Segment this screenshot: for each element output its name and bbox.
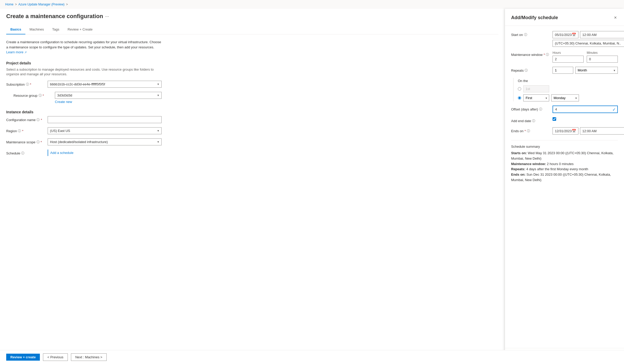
tab-review-create[interactable]: Review + Create — [63, 25, 97, 34]
minutes-col: Minutes — [587, 51, 618, 63]
panel-body: Start on ⓘ 05/31/2023 📅 (UTC+05:30) Chen… — [505, 26, 624, 348]
resource-group-select[interactable]: 3d3d3d3d — [55, 92, 162, 99]
create-new-link[interactable]: Create new — [55, 100, 162, 104]
offset-info-icon[interactable]: ⓘ — [539, 107, 542, 112]
left-panel: Create a maintenance configuration ··· B… — [0, 9, 505, 364]
summary-label: Schedule summary — [511, 145, 618, 148]
region-select[interactable]: (US) East US — [48, 127, 162, 134]
config-name-field: Configuration name ⓘ * — [6, 116, 162, 123]
region-required: * — [22, 129, 23, 133]
schedule-field: Schedule ⓘ Add a schedule — [6, 150, 162, 156]
add-end-date-label: Add end date — [511, 119, 531, 123]
subscription-select-wrap: bbbb1b1b-cc2c-dd3d-ee4e-ffffff5f5f5f ▼ — [48, 81, 162, 88]
learn-more-link[interactable]: Learn more ↗ — [6, 50, 27, 54]
ends-on-info-icon[interactable]: ⓘ — [527, 129, 530, 133]
config-name-info-icon[interactable]: ⓘ — [37, 118, 40, 122]
hours-input[interactable] — [553, 56, 584, 63]
radio-date-select-wrap: 1st — [523, 85, 549, 92]
breadcrumb-sep2: > — [66, 3, 68, 6]
panel-close-button[interactable]: × — [613, 14, 618, 21]
calendar-icon: 📅 — [572, 33, 576, 37]
repeats-number-input[interactable] — [553, 67, 573, 74]
first-select-wrap: First Second Third Fourth Last ▼ — [523, 94, 549, 101]
maintenance-window-info-icon[interactable]: ⓘ — [546, 53, 549, 57]
panel-header: Add/Modify schedule × — [505, 9, 624, 26]
start-on-label: Start on — [511, 33, 523, 37]
maintenance-scope-label: Maintenance scope — [6, 140, 35, 144]
minutes-input[interactable] — [587, 56, 618, 63]
start-on-info-icon[interactable]: ⓘ — [524, 33, 527, 37]
resource-group-required: * — [43, 94, 44, 98]
subscription-required: * — [30, 83, 31, 86]
ends-on-required: * — [525, 129, 526, 133]
repeats-info-icon[interactable]: ⓘ — [525, 68, 528, 73]
maintenance-window-label: Maintenance window — [511, 53, 542, 57]
repeats-unit-wrap: Month Week Day ▼ — [575, 67, 618, 74]
config-name-label: Configuration name — [6, 118, 35, 122]
hours-col: Hours — [553, 51, 584, 63]
tab-basics[interactable]: Basics — [6, 25, 25, 34]
maintenance-scope-select[interactable]: Host (dedicated/isolated infrastructure) — [48, 138, 162, 145]
breadcrumb: Home > Azure Update Manager (Preview) > — [0, 0, 624, 9]
weekday-select[interactable]: Monday Tuesday Wednesday Thursday Friday… — [551, 94, 579, 101]
config-name-input[interactable] — [48, 116, 162, 123]
summary-ends-value: Sun Dec 31 2023 00:00 ((UTC+05:30) Chenn… — [511, 173, 611, 182]
schedule-info-icon[interactable]: ⓘ — [21, 151, 24, 155]
project-details-header: Project details — [6, 61, 498, 65]
subscription-label: Subscription — [6, 83, 25, 86]
subscription-select[interactable]: bbbb1b1b-cc2c-dd3d-ee4e-ffffff5f5f5f — [48, 81, 162, 88]
on-the-label: On the — [518, 78, 618, 83]
resource-group-label: Resource group — [13, 94, 38, 98]
ends-on-label: Ends on — [511, 129, 524, 133]
region-select-wrap: (US) East US ▼ — [48, 127, 162, 134]
add-end-date-checkbox[interactable] — [553, 117, 556, 121]
start-date-value: 05/31/2023 — [555, 33, 572, 37]
maintenance-scope-required: * — [41, 140, 42, 144]
summary-window-bold: Maintenance window: — [511, 162, 546, 166]
panel-title: Add/Modify schedule — [511, 15, 558, 20]
maintenance-window-required: * — [543, 53, 545, 57]
breadcrumb-home[interactable]: Home — [5, 3, 13, 6]
maintenance-scope-select-wrap: Host (dedicated/isolated infrastructure)… — [48, 138, 162, 145]
radio-date-select: 1st — [523, 85, 549, 92]
offset-input[interactable] — [553, 106, 618, 113]
summary-window-value: 2 hours 0 minutes — [546, 162, 574, 166]
subscription-info-icon[interactable]: ⓘ — [26, 82, 29, 87]
timezone-select-wrap: (UTC+05:30) Chennai, Kolkata, Mumbai, N.… — [553, 40, 624, 47]
breadcrumb-azure[interactable]: Azure Update Manager (Preview) — [18, 3, 64, 6]
start-time-input[interactable] — [580, 31, 624, 38]
add-end-date-info-icon[interactable]: ⓘ — [532, 119, 535, 123]
add-schedule-link[interactable]: Add a schedule — [48, 150, 162, 156]
repeats-unit-select[interactable]: Month Week Day — [575, 67, 618, 74]
schedule-label: Schedule — [6, 151, 20, 155]
ordinal-select[interactable]: First Second Third Fourth Last — [523, 94, 549, 101]
region-info-icon[interactable]: ⓘ — [18, 129, 21, 133]
previous-button[interactable]: < Previous — [43, 353, 68, 361]
page-title-menu[interactable]: ··· — [105, 14, 109, 19]
resource-group-select-wrap: 3d3d3d3d ▼ — [55, 92, 162, 99]
next-button[interactable]: Next : Machines > — [71, 353, 107, 361]
minutes-label: Minutes — [587, 51, 618, 55]
tab-machines[interactable]: Machines — [25, 25, 48, 34]
instance-details-header: Instance details — [6, 110, 498, 114]
region-label: Region — [6, 129, 17, 133]
end-time-input[interactable] — [580, 127, 624, 135]
hours-label: Hours — [553, 51, 584, 55]
maintenance-scope-info-icon[interactable]: ⓘ — [37, 140, 40, 144]
tab-bar: Basics Machines Tags Review + Create — [6, 25, 498, 34]
radio-day-option[interactable] — [518, 96, 521, 100]
tab-tags[interactable]: Tags — [48, 25, 63, 34]
resource-group-info-icon[interactable]: ⓘ — [39, 93, 42, 98]
summary-section: Schedule summary Starts on: Wed May 31 2… — [511, 145, 618, 183]
offset-row: Offset (days after) ⓘ ✓ — [511, 106, 618, 113]
ends-on-row: Ends on * ⓘ 12/31/2023 📅 — [511, 127, 618, 136]
learn-more-icon: ↗ — [24, 51, 27, 54]
review-create-button[interactable]: Review + create — [6, 354, 40, 361]
start-date-picker[interactable]: 05/31/2023 📅 — [553, 31, 578, 38]
subscription-field: Subscription ⓘ * bbbb1b1b-cc2c-dd3d-ee4e… — [6, 81, 162, 88]
summary-ends-bold: Ends on: — [511, 173, 526, 176]
end-date-picker[interactable]: 12/31/2023 📅 — [553, 127, 578, 135]
timezone-select[interactable]: (UTC+05:30) Chennai, Kolkata, Mumbai, N.… — [553, 40, 624, 47]
radio-date-option[interactable] — [518, 87, 521, 91]
panel-divider — [511, 140, 618, 140]
